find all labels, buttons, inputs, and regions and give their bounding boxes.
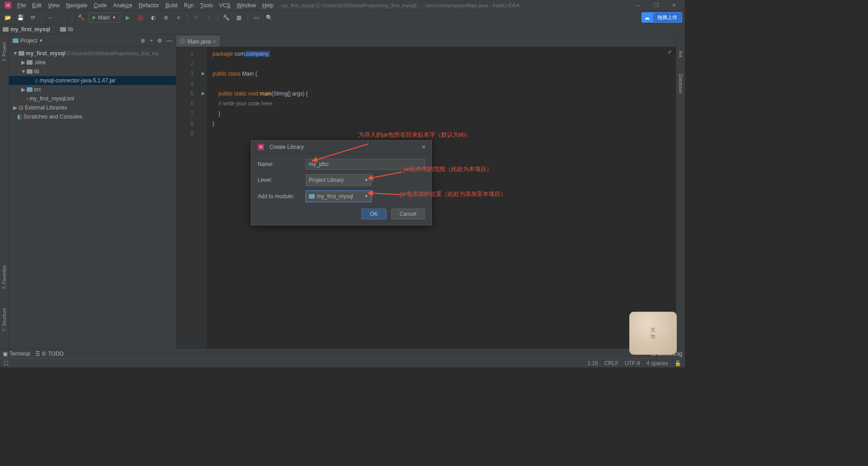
commit-icon[interactable]: ✓ xyxy=(204,13,214,23)
close-button[interactable]: ✕ xyxy=(665,0,683,11)
tool-window-ant[interactable]: Ant xyxy=(678,51,683,57)
coverage-icon[interactable]: ◐ xyxy=(148,13,158,23)
dropdown-icon: ▼ xyxy=(364,194,368,199)
presentation-icon[interactable]: ▭ xyxy=(252,13,262,23)
save-icon[interactable]: 💾 xyxy=(15,13,25,23)
select-value: my_first_mysql xyxy=(317,193,353,200)
tab-label: Terminal xyxy=(9,351,30,357)
name-label: Name: xyxy=(258,161,303,167)
inspection-ok-icon: ✔ xyxy=(668,49,672,55)
tree-src[interactable]: ▶ src xyxy=(9,85,176,94)
forward-icon[interactable]: → xyxy=(58,13,68,23)
sync-icon[interactable]: ⟳ xyxy=(28,13,38,23)
code-text: .company; xyxy=(245,51,269,57)
readonly-icon[interactable]: 🔓 xyxy=(675,360,681,366)
cloud-upload-icon[interactable]: ☁ xyxy=(642,12,652,23)
run-button[interactable]: ▶ xyxy=(123,13,133,23)
iml-icon: ▪ xyxy=(26,95,28,102)
menu-analyze[interactable]: Analyze xyxy=(110,0,136,11)
cursor-position[interactable]: 1:15 xyxy=(587,360,598,366)
menu-refactor[interactable]: Refactor xyxy=(136,0,162,11)
collapse-icon[interactable]: ÷ xyxy=(150,38,153,44)
breadcrumb-project[interactable]: my_first_mysql xyxy=(3,26,50,33)
tree-scratches[interactable]: ◧ Scratches and Consoles xyxy=(9,112,176,121)
update-icon[interactable]: ↻ xyxy=(191,13,201,23)
run-config-name: Main xyxy=(98,14,110,21)
locate-icon[interactable]: ⊕ xyxy=(141,38,145,44)
level-label: Level: xyxy=(258,177,303,183)
code-text: public static void xyxy=(218,90,259,97)
menu-build[interactable]: Build xyxy=(162,0,181,11)
status-icon[interactable]: ☐ xyxy=(4,360,9,366)
folder-icon xyxy=(27,60,33,65)
level-select[interactable]: Project Library ▼ xyxy=(306,174,372,186)
menu-code[interactable]: Code xyxy=(90,0,110,11)
terminal-tab[interactable]: ▣ Terminal xyxy=(3,351,30,357)
decorative-avatar: 芙简 xyxy=(629,312,677,355)
dialog-title: Create Library xyxy=(269,144,304,150)
menu-help[interactable]: Help xyxy=(259,0,277,11)
run-gutter-icon[interactable] xyxy=(202,72,205,76)
folder-icon xyxy=(3,27,9,32)
open-icon[interactable]: 📂 xyxy=(3,13,13,23)
module-select[interactable]: my_first_mysql ▼ xyxy=(306,190,372,202)
cancel-button[interactable]: Cancel xyxy=(391,209,425,219)
tree-iml[interactable]: ▪ my_first_mysql.iml xyxy=(9,94,176,103)
build-icon[interactable]: 🔨 xyxy=(76,13,86,23)
ok-button[interactable]: OK xyxy=(361,209,386,219)
app-icon: IJ xyxy=(5,2,11,9)
module-icon xyxy=(309,194,315,199)
tree-root[interactable]: ▼ my_first_mysql C:\Users\20193\IdeaProj… xyxy=(9,49,176,58)
tree-label: my_first_mysql xyxy=(26,50,66,57)
debug-button[interactable]: 🐞 xyxy=(136,13,146,23)
tree-idea[interactable]: ▶ .idea xyxy=(9,58,176,67)
menu-tools[interactable]: Tools xyxy=(197,0,216,11)
minimize-button[interactable]: — xyxy=(629,0,647,11)
menu-window[interactable]: Window xyxy=(233,0,259,11)
line-separator[interactable]: CRLF xyxy=(604,360,618,366)
menu-navigate[interactable]: Navigate xyxy=(63,0,90,11)
file-encoding[interactable]: UTF-8 xyxy=(625,360,640,366)
todo-tab[interactable]: ☰ 6: TODO xyxy=(35,351,64,357)
tool-window-database[interactable]: Database xyxy=(678,74,683,94)
annotation-text: jar起作用的范围（此处为本项目） xyxy=(404,165,492,173)
tree-lib[interactable]: ▼ lib xyxy=(9,67,176,76)
menu-edit[interactable]: Edit xyxy=(29,0,45,11)
code-text: Main xyxy=(242,71,254,77)
close-tab-icon[interactable]: × xyxy=(213,38,216,45)
hide-icon[interactable]: — xyxy=(167,38,172,44)
stop-icon[interactable]: ■ xyxy=(174,13,184,23)
tool-window-structure[interactable]: 7: Structure xyxy=(2,308,7,332)
select-value: Project Library xyxy=(309,177,344,183)
tree-jar[interactable]: || mysql-connector-java-5.1.47.jar xyxy=(9,76,176,85)
project-icon xyxy=(13,38,19,43)
back-icon[interactable]: ← xyxy=(46,13,56,23)
gear-icon[interactable]: ⚙ xyxy=(157,38,162,44)
tool-window-project[interactable]: 1: Project xyxy=(2,42,7,61)
profile-icon[interactable]: ⊚ xyxy=(161,13,171,23)
tool-window-favorites[interactable]: 2: Favorites xyxy=(2,265,7,289)
menu-file[interactable]: File xyxy=(14,0,29,11)
structure-icon[interactable]: ▦ xyxy=(234,13,244,23)
code-text: } xyxy=(218,110,220,117)
project-view-selector[interactable]: Project ▼ xyxy=(13,38,43,44)
run-config-select[interactable]: Main ▼ xyxy=(89,13,120,23)
run-gutter-icon[interactable] xyxy=(202,92,205,95)
menu-view[interactable]: View xyxy=(45,0,63,11)
crumb-label: lib xyxy=(68,26,73,33)
code-text: { xyxy=(254,71,257,77)
breadcrumb-lib[interactable]: lib xyxy=(60,26,73,33)
settings-icon[interactable]: 🔧 xyxy=(222,13,231,23)
editor-tab[interactable]: Ⓒ Main.java × xyxy=(176,36,220,47)
search-icon[interactable]: 🔍 xyxy=(264,13,274,23)
tree-label: mysql-connector-java-5.1.47.jar xyxy=(40,77,116,84)
indent-setting[interactable]: 4 spaces xyxy=(646,360,668,366)
maximize-button[interactable]: ❐ xyxy=(647,0,665,11)
window-title: my_first_mysql [C:\Users\20193\IdeaProje… xyxy=(281,3,520,8)
menu-vcs[interactable]: VCS xyxy=(216,0,234,11)
dialog-close-button[interactable]: ✕ xyxy=(420,144,428,150)
upload-button[interactable]: 拖拽上传 xyxy=(652,12,682,23)
menu-run[interactable]: Run xyxy=(181,0,197,11)
tab-label: Main.java xyxy=(188,38,211,45)
tree-ext-lib[interactable]: ▶𝍖 External Libraries xyxy=(9,103,176,112)
